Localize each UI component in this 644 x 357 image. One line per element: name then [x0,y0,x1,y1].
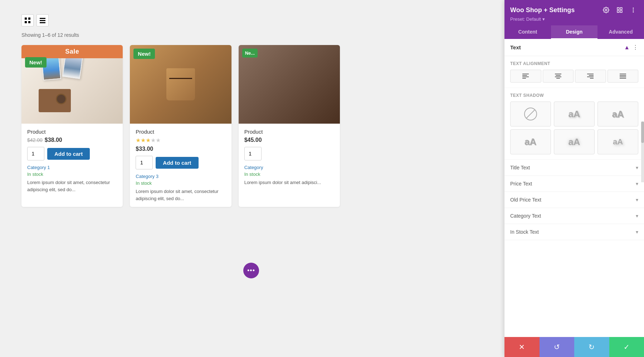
product-info-3: Product $45.00 Category In stock Lorem i… [239,124,340,191]
shadow-none-option[interactable] [510,101,551,127]
category-text-option[interactable]: Category Text ▾ [504,208,644,224]
tab-advanced[interactable]: Advanced [597,25,644,39]
category-link-1[interactable]: Category 1 [27,165,117,170]
panel-header: Woo Shop + Settings [504,0,644,25]
title-text-label: Title Text [510,165,530,170]
tab-design[interactable]: Design [551,25,597,39]
align-justify-button[interactable] [608,70,639,83]
floating-dots-button[interactable]: ••• [243,263,259,278]
align-right-button[interactable] [575,70,606,83]
title-text-option[interactable]: Title Text ▾ [504,160,644,176]
product-image-3: Ne... [239,45,340,124]
shadow-grid: aA aA aA aA aA [510,101,638,154]
shadow-option-2[interactable]: aA [597,101,638,127]
product-info-1: Product $42.00 $38.00 Add to cart Catego… [21,124,123,198]
grid-view-button[interactable] [21,14,34,26]
quantity-input-1[interactable] [27,147,44,160]
category-link-2[interactable]: Category 3 [136,174,225,179]
svg-rect-2 [25,21,27,23]
preset-label: Preset: Default [510,16,541,22]
description-2: Lorem ipsum dolor sit amet, consectetur … [136,188,225,202]
svg-rect-22 [556,78,560,79]
svg-rect-24 [589,75,594,76]
undo-button[interactable]: ↺ [540,337,575,357]
svg-rect-15 [522,74,529,74]
in-stock-3: In stock [244,172,334,177]
svg-rect-17 [522,76,529,77]
align-center-button[interactable] [543,70,574,83]
old-price-text-label: Old Price Text [510,197,541,203]
price-text-option[interactable]: Price Text ▾ [504,176,644,192]
preset-chevron-icon: ▾ [542,16,545,22]
tab-content[interactable]: Content [504,25,551,39]
align-left-button[interactable] [510,70,541,83]
svg-rect-5 [40,20,45,21]
panel-more-icon[interactable] [628,5,638,15]
svg-rect-19 [555,74,561,74]
in-stock-2: In stock [136,180,225,186]
svg-rect-4 [40,18,45,19]
price-text-chevron-icon: ▾ [636,181,638,187]
section-more-icon[interactable]: ⋮ [633,44,638,51]
add-to-cart-button-2[interactable]: Add to cart [156,157,198,169]
new-badge-1: New! [25,57,47,68]
old-price-1: $42.00 [27,137,43,143]
redo-button[interactable]: ↻ [574,337,609,357]
category-link-3[interactable]: Category [244,165,334,170]
no-shadow-icon [524,108,537,120]
svg-rect-28 [620,75,626,76]
panel-title: Woo Shop + Settings [510,6,575,14]
text-section-title: Text [510,44,521,50]
star-rating-2: ★★★★★ [136,137,225,144]
shadow-preview-5: aA [613,137,623,147]
product-image-1: Sale New! [21,45,123,124]
current-price-1: $38.00 [45,137,62,143]
products-grid: Sale New! Product $42.00 $38.00 Add to c… [21,45,340,207]
product-card-1: Sale New! Product $42.00 $38.00 Add to c… [21,45,123,207]
in-stock-1: In stock [27,172,117,177]
svg-rect-29 [620,76,626,77]
svg-rect-20 [556,75,560,76]
in-stock-text-label: In Stock Text [510,229,539,235]
svg-rect-21 [555,76,561,77]
section-actions: ▲ ⋮ [624,44,638,51]
save-button[interactable]: ✓ [609,337,644,357]
scrollbar-thumb[interactable] [641,122,644,143]
cart-row-2: Add to cart [136,156,225,169]
alignment-buttons [510,70,638,83]
text-section-header: Text ▲ ⋮ [504,39,644,56]
product-name-1: Product [27,129,117,135]
cart-row-1: Add to cart [27,147,117,160]
svg-rect-25 [587,76,594,77]
shadow-option-5[interactable]: aA [597,129,638,154]
svg-rect-1 [28,18,30,20]
section-collapse-icon[interactable]: ▲ [624,44,630,51]
svg-rect-0 [25,18,27,20]
panel-icons [601,5,638,15]
svg-point-13 [633,10,634,11]
old-price-text-option[interactable]: Old Price Text ▾ [504,192,644,208]
svg-point-14 [633,11,634,13]
panel-layout-icon[interactable] [615,5,625,15]
settings-panel: Woo Shop + Settings [504,0,644,357]
panel-body: Text ▲ ⋮ Text Alignment [504,39,644,337]
shadow-option-4[interactable]: aA [554,129,595,154]
quantity-input-2[interactable] [136,156,153,169]
action-bar: ✕ ↺ ↻ ✓ [504,337,644,357]
shadow-option-3[interactable]: aA [510,129,551,154]
in-stock-text-option[interactable]: In Stock Text ▾ [504,224,644,240]
sale-banner: Sale [21,45,123,58]
svg-rect-8 [617,8,619,9]
description-1: Lorem ipsum dolor sit amet, consectetur … [27,179,117,193]
list-view-button[interactable] [36,14,49,26]
shop-area: Showing 1–6 of 12 results Sale New! [0,0,361,357]
cancel-button[interactable]: ✕ [504,337,540,357]
add-to-cart-button-1[interactable]: Add to cart [47,148,90,160]
product-card-3: Ne... Product $45.00 Category In stock L… [239,45,340,207]
quantity-input-3[interactable] [244,147,262,160]
text-alignment-label: Text Alignment [510,61,638,66]
dots-icon: ••• [247,267,255,274]
panel-settings-icon[interactable] [601,5,611,15]
shadow-option-1[interactable]: aA [554,101,595,127]
shadow-preview-4: aA [568,137,580,148]
